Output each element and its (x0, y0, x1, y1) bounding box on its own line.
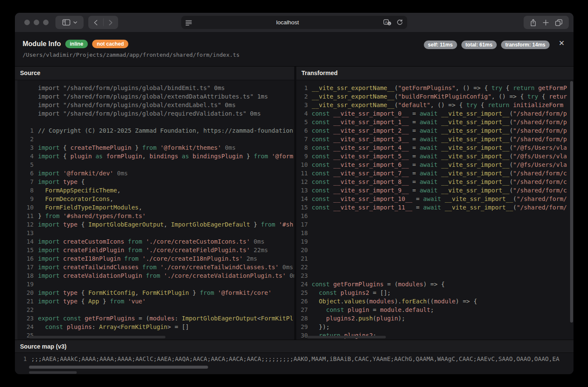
line-number: 2 (21, 135, 34, 143)
code-line: 4import { plugin as formPlugin, bindings… (21, 152, 294, 160)
close-button[interactable]: ✕ (556, 38, 567, 48)
code-line: 6const __vite_ssr_import_2__ = await __v… (298, 126, 574, 135)
code-panels: Source import "/shared/form/plugins/glob… (15, 66, 574, 340)
code-line: 23export const getFormPlugins = (modules… (21, 314, 294, 323)
code-line: 9 FormDecoratorIcons, (21, 195, 294, 203)
code-line: 15import createFieldPlugin from './core/… (21, 246, 294, 254)
chevron-down-icon (73, 21, 77, 24)
sidebar-toggle-button[interactable] (55, 16, 84, 29)
line-number: 6 (298, 126, 308, 135)
share-icon[interactable] (530, 19, 536, 26)
address-bar[interactable]: localhost A x (181, 16, 407, 29)
line-number (21, 118, 34, 126)
code-line: 15const __vite_ssr_import_11__ = await _… (298, 203, 574, 212)
code-line: 27 const plugin = module.default; (298, 306, 574, 314)
code-line: 20 (298, 246, 574, 254)
source-panel-title: Source (15, 67, 294, 80)
reader-mode-icon[interactable] (185, 20, 192, 26)
code-line: 21import type { App } from 'vue' (21, 297, 294, 306)
line-number (21, 101, 34, 109)
line-number: 30 (298, 331, 308, 340)
sourcemap-panel-title: Source map (v3) (15, 340, 574, 353)
browser-toolbar: localhost A x (15, 13, 574, 32)
transformed-vertical-scrollbar[interactable] (570, 81, 573, 323)
line-number: 3 (21, 143, 34, 152)
page-horizontal-scrollbar[interactable] (29, 371, 77, 374)
not-cached-badge: not cached (92, 40, 128, 48)
sourcemap-panel: Source map (v3) 1;;;AAEA;AAAkC;AAAA;AAAA… (15, 340, 574, 374)
line-number: 10 (21, 203, 34, 212)
code-line: import "/shared/form/plugins/global/exte… (21, 101, 294, 109)
line-number: 23 (21, 314, 34, 323)
nav-divider (103, 18, 104, 26)
code-line: 7import type { (21, 177, 294, 186)
code-line: import "/shared/form/plugins/global/bind… (21, 84, 294, 92)
code-line: 14import createCustomIcons from './core/… (21, 237, 294, 246)
new-tab-icon[interactable] (543, 20, 549, 26)
code-line: 16import createI18nPlugin from './core/c… (21, 254, 294, 263)
page-title: Module Info (23, 40, 61, 48)
translate-icon[interactable]: A x (383, 19, 391, 26)
zoom-window-button[interactable] (43, 20, 49, 25)
line-number: 10 (298, 160, 308, 169)
line-number: 18 (21, 271, 34, 280)
line-number: 4 (21, 152, 34, 160)
line-number: 2 (298, 92, 308, 101)
code-line: 16 (298, 212, 574, 220)
line-number: 22 (298, 263, 308, 271)
line-number: 12 (21, 220, 34, 229)
line-number: 12 (298, 177, 308, 186)
line-number: 14 (298, 195, 308, 203)
code-line: 12const __vite_ssr_import_8__ = await __… (298, 177, 574, 186)
source-code-area: import "/shared/form/plugins/global/bind… (15, 80, 294, 340)
code-line: 25 (21, 331, 294, 340)
code-line: 4const __vite_ssr_import_0__ = await __v… (298, 109, 574, 118)
sidebar-icon (62, 19, 70, 26)
code-line: 26 Object.values(modules).forEach((modul… (298, 297, 574, 306)
line-number: 9 (298, 152, 308, 160)
line-number: 13 (21, 229, 34, 237)
line-number: 26 (298, 297, 308, 306)
line-number: 29 (298, 323, 308, 331)
source-horizontal-scrollbar[interactable] (29, 336, 165, 338)
reload-icon[interactable] (397, 19, 403, 26)
line-number: 24 (21, 323, 34, 331)
code-line: 9const __vite_ssr_import_5__ = await __v… (298, 152, 574, 160)
code-line (21, 118, 294, 126)
sourcemap-horizontal-scrollbar[interactable] (29, 366, 208, 369)
line-number: 16 (298, 212, 308, 220)
code-line: 10const __vite_ssr_import_6__ = await __… (298, 160, 574, 169)
line-number: 21 (21, 297, 34, 306)
line-number: 16 (21, 254, 34, 263)
line-number: 17 (21, 263, 34, 271)
tab-overview-icon[interactable] (555, 19, 562, 26)
line-number: 4 (298, 109, 308, 118)
line-number: 25 (298, 288, 308, 297)
code-line: 30 return plugins2; (298, 331, 574, 340)
line-number: 8 (21, 186, 34, 195)
line-number: 9 (21, 195, 34, 203)
line-number (21, 109, 34, 118)
code-line: 3import { createThemePlugin } from '@for… (21, 143, 294, 152)
code-line: 14const __vite_ssr_import_10__ = await _… (298, 195, 574, 203)
transformed-horizontal-scrollbar[interactable] (307, 336, 386, 338)
line-number: 1 (21, 126, 34, 135)
code-line: 28 plugins2.push(plugin); (298, 314, 574, 323)
code-line: 20import type { FormKitConfig, FormKitPl… (21, 288, 294, 297)
line-number: 3 (298, 101, 308, 109)
code-line: 24 const plugins: Array<FormKitPlugin> =… (21, 323, 294, 331)
toolbar-actions-group (524, 16, 569, 29)
module-info-header: Module Info inline not cached /Users/vla… (15, 32, 574, 66)
line-number: 17 (298, 220, 308, 229)
code-line: 25 const plugins2 = []; (298, 288, 574, 297)
forward-button[interactable] (103, 16, 118, 29)
line-number (21, 84, 34, 92)
line-number: 20 (21, 288, 34, 297)
line-number: 25 (21, 331, 34, 340)
code-line: 6import '@formkit/dev' 0ms (21, 169, 294, 177)
close-window-button[interactable] (24, 20, 30, 25)
minimize-window-button[interactable] (34, 20, 39, 25)
back-button[interactable] (88, 16, 103, 29)
transformed-code-area: 1__vite_ssr_exportName__("getFormPlugins… (296, 80, 574, 340)
line-number: 1 (21, 355, 27, 363)
